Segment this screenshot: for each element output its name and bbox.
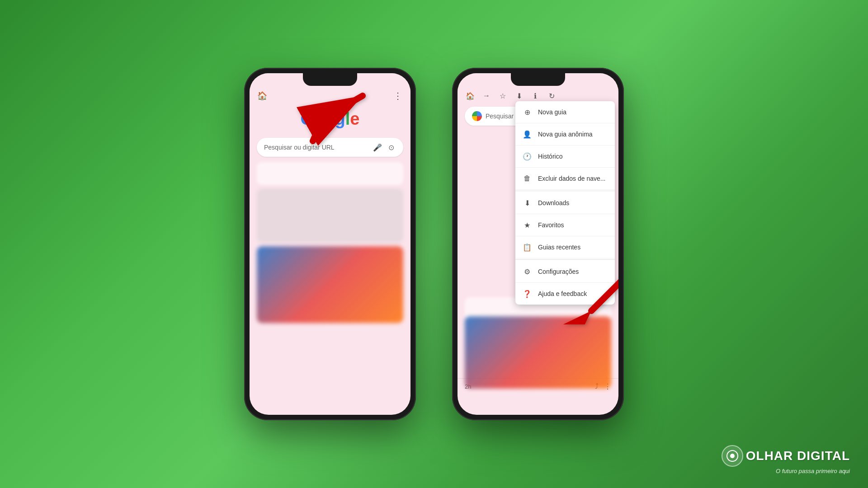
incognito-icon: 👤 [523,130,532,139]
watermark: OLHAR DIGITAL O futuro passa primeiro aq… [722,445,850,474]
refresh-icon[interactable]: ↻ [546,90,557,101]
help-icon: ❓ [523,289,532,298]
arrow-1 [286,82,376,155]
watermark-circle-icon [722,445,743,467]
phone-2-notch [511,73,565,86]
menu-separator-1 [515,191,615,191]
menu-label-nova-guia-anonima: Nova guia anônima [538,131,593,138]
menu-item-historico[interactable]: 🕐 Histórico [515,145,615,168]
svg-point-3 [730,454,735,458]
delete-data-icon: 🗑 [523,174,532,183]
watermark-logo: OLHAR DIGITAL [722,445,850,467]
phones-container: 🏠 ⋮ Google Pesquisar ou digitar URL 🎤 ⊙ [244,68,624,420]
blurred-row-1 [257,162,403,185]
brand-name: OLHAR DIGITAL [746,449,850,463]
menu-item-nova-guia-anonima[interactable]: 👤 Nova guia anônima [515,123,615,145]
home-icon[interactable]: 🏠 [257,90,268,101]
download-indicator-icon[interactable]: ⬇ [514,90,524,101]
watermark-tagline: O futuro passa primeiro aqui [722,468,850,474]
info-icon[interactable]: ℹ [530,90,541,101]
blurred-image-1 [257,246,403,323]
downloads-icon: ⬇ [523,198,532,207]
watermark-brand-text: OLHAR DIGITAL [746,449,850,463]
new-tab-icon: ⊕ [523,108,532,117]
forward-icon[interactable]: → [481,90,492,101]
blurred-news-1 [257,188,403,243]
olhar-digital-icon [726,450,739,462]
arrow-2 [555,243,618,324]
recent-tabs-icon: 📋 [523,243,532,252]
phone-2: 🏠 → ☆ ⬇ ℹ ↻ Pesquisar ou... ⊕ Nova guia … [452,68,624,420]
menu-label-nova-guia: Nova guia [538,108,566,116]
menu-label-excluir-dados: Excluir dados de nave... [538,175,605,182]
menu-label-favoritos: Favoritos [538,221,564,229]
menu-item-favoritos[interactable]: ★ Favoritos [515,214,615,236]
p2-bottom-image [465,316,611,389]
menu-item-excluir-dados[interactable]: 🗑 Excluir dados de nave... [515,168,615,190]
menu-label-downloads: Downloads [538,199,569,206]
menu-label-historico: Histórico [538,153,562,160]
settings-icon: ⚙ [523,267,532,276]
favorites-icon: ★ [523,221,532,230]
home-icon-2[interactable]: 🏠 [465,90,476,101]
bookmark-icon[interactable]: ☆ [497,90,508,101]
menu-item-downloads[interactable]: ⬇ Downloads [515,192,615,214]
phone-2-screen: 🏠 → ☆ ⬇ ℹ ↻ Pesquisar ou... ⊕ Nova guia … [458,73,618,415]
history-icon: 🕐 [523,152,532,161]
phone-1-screen: 🏠 ⋮ Google Pesquisar ou digitar URL 🎤 ⊙ [250,73,410,415]
phone-1: 🏠 ⋮ Google Pesquisar ou digitar URL 🎤 ⊙ [244,68,416,420]
menu-item-nova-guia[interactable]: ⊕ Nova guia [515,101,615,123]
lens-icon[interactable]: ⊙ [386,142,396,152]
three-dot-menu-icon[interactable]: ⋮ [392,90,403,101]
google-g-icon [472,111,482,121]
